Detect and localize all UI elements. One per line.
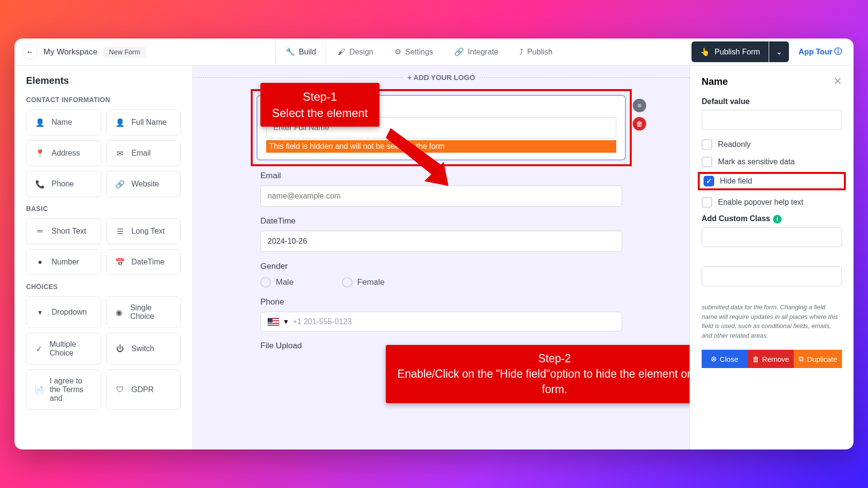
sensitive-checkbox[interactable]: Mark as sensitive data xyxy=(702,157,842,167)
radio-male[interactable]: Male xyxy=(260,277,294,288)
check-icon: ✓ xyxy=(34,343,44,355)
dropdown-icon: ▾ xyxy=(34,306,46,318)
app-tour-link[interactable]: App Tourⓘ xyxy=(799,47,842,57)
close-icon: ⊗ xyxy=(711,355,717,363)
field-delete-button[interactable]: 🗑 xyxy=(633,117,646,131)
click-icon: 👆 xyxy=(700,47,710,56)
tab-publish[interactable]: ⤴Publish xyxy=(510,40,562,63)
radio-icon: ◉ xyxy=(114,306,124,318)
remove-button[interactable]: 🗑Remove xyxy=(747,350,794,368)
phone-placeholder: +1 201-555-0123 xyxy=(293,317,352,326)
category-basic: BASIC xyxy=(26,205,181,212)
form-badge: New Form xyxy=(103,46,146,58)
category-contact: CONTACT INFORMATION xyxy=(26,96,181,104)
flag-icon[interactable] xyxy=(268,318,279,326)
properties-panel: Name ✕ Default value Readonly Mark as se… xyxy=(690,66,854,449)
datetime-input[interactable] xyxy=(260,231,622,252)
field-menu-button[interactable]: ≡ xyxy=(633,99,646,112)
default-value-label: Default value xyxy=(702,97,842,106)
canvas: Step-1Select the element + ADD YOUR LOGO… xyxy=(193,66,690,449)
tab-build[interactable]: 🔧Build xyxy=(275,40,326,63)
person-icon: 👤 xyxy=(34,117,46,128)
radio-female[interactable]: Female xyxy=(342,277,385,288)
trash-icon: 🗑 xyxy=(752,355,760,363)
panel-title: Name xyxy=(702,76,728,87)
callout-step2: Step-2Enable/Click on the "Hide field"op… xyxy=(386,345,690,403)
element-terms[interactable]: 📄I agree to the Terms and xyxy=(26,369,101,410)
email-input[interactable] xyxy=(260,185,622,207)
copy-icon: ⧉ xyxy=(799,355,804,363)
element-fullname[interactable]: 👤Full Name xyxy=(106,109,181,135)
duplicate-button[interactable]: ⧉Duplicate xyxy=(794,350,842,368)
element-dropdown[interactable]: ▾Dropdown xyxy=(26,296,101,328)
shield-icon: 🛡 xyxy=(114,384,126,396)
pin-icon: 📍 xyxy=(34,147,46,159)
element-datetime[interactable]: 📅DateTime xyxy=(106,249,181,275)
field-gender[interactable]: Gender Male Female xyxy=(260,262,622,288)
element-single-choice[interactable]: ◉Single Choice xyxy=(106,296,181,328)
share-icon: ⤴ xyxy=(519,48,523,56)
close-panel-button[interactable]: ✕ xyxy=(833,75,842,88)
phone-icon: 📞 xyxy=(34,178,46,190)
brush-icon: 🖌 xyxy=(338,48,345,56)
hide-field-checkbox[interactable]: ✓Hide field xyxy=(704,176,840,186)
svg-marker-0 xyxy=(386,128,444,176)
element-long-text[interactable]: ☰Long Text xyxy=(106,218,181,244)
callout-step1: Step-1Select the element xyxy=(260,83,380,127)
publish-dropdown[interactable]: ⌄ xyxy=(769,41,789,62)
custom-class-label: Add Custom Classi xyxy=(702,214,842,224)
link-icon: 🔗 xyxy=(454,47,464,56)
readonly-checkbox[interactable]: Readonly xyxy=(702,139,842,150)
element-short-text[interactable]: ═Short Text xyxy=(26,218,101,244)
text-icon: ═ xyxy=(34,225,46,237)
category-choices: CHOICES xyxy=(26,283,181,290)
tab-integrate[interactable]: 🔗Integrate xyxy=(445,40,508,63)
elements-panel: Elements CONTACT INFORMATION 👤Name 👤Full… xyxy=(14,66,193,449)
circle-icon: ● xyxy=(34,256,46,268)
tab-design[interactable]: 🖌Design xyxy=(328,40,383,63)
custom-class-input[interactable] xyxy=(702,227,842,247)
person-icon: 👤 xyxy=(114,117,126,128)
close-button[interactable]: ⊗Close xyxy=(702,350,747,368)
element-email[interactable]: ✉Email xyxy=(106,140,181,166)
info-icon[interactable]: i xyxy=(773,215,782,224)
field-phone[interactable]: Phone ▾ +1 201-555-0123 xyxy=(260,297,622,331)
help-icon: ⓘ xyxy=(834,47,842,57)
list-icon: ☰ xyxy=(114,225,126,237)
element-multiple-choice[interactable]: ✓Multiple Choice xyxy=(26,333,101,365)
element-address[interactable]: 📍Address xyxy=(26,140,101,166)
wrench-icon: 🔧 xyxy=(285,47,295,56)
element-phone[interactable]: 📞Phone xyxy=(26,171,101,197)
doc-icon: 📄 xyxy=(34,384,44,396)
tab-settings[interactable]: ⚙Settings xyxy=(385,40,443,63)
chevron-down-icon[interactable]: ▾ xyxy=(284,317,288,326)
element-gdpr[interactable]: 🛡GDPR xyxy=(106,369,181,410)
topbar: ← My Workspace New Form 🔧Build 🖌Design ⚙… xyxy=(14,39,854,66)
element-number[interactable]: ●Number xyxy=(26,249,101,275)
arrow-step1 xyxy=(386,123,448,186)
field-datetime[interactable]: DateTime xyxy=(260,216,622,252)
default-value-input[interactable] xyxy=(702,110,842,130)
element-name[interactable]: 👤Name xyxy=(26,109,101,135)
back-button[interactable]: ← xyxy=(22,44,38,60)
elements-title: Elements xyxy=(26,75,181,86)
gear-icon: ⚙ xyxy=(394,47,401,56)
publish-form-button[interactable]: 👆Publish Form xyxy=(692,41,769,62)
calendar-icon: 📅 xyxy=(114,256,126,268)
toggle-icon: ⏻ xyxy=(114,343,126,355)
extra-input[interactable] xyxy=(702,266,842,286)
element-website[interactable]: 🔗Website xyxy=(106,171,181,197)
link-icon: 🔗 xyxy=(114,178,126,190)
popover-checkbox[interactable]: Enable popover help text xyxy=(702,197,842,208)
element-switch[interactable]: ⏻Switch xyxy=(106,333,181,365)
field-note: submitted data for the form. Changing a … xyxy=(702,303,842,340)
mail-icon: ✉ xyxy=(114,147,126,159)
workspace-name: My Workspace xyxy=(43,47,97,57)
